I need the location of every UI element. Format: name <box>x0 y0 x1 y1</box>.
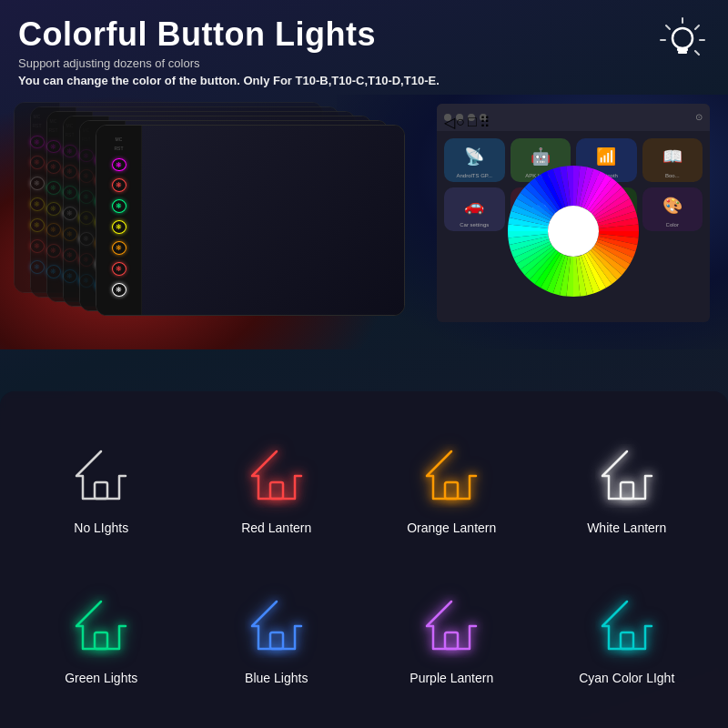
light-label-green-lights: Green Lights <box>65 671 137 685</box>
light-label-red-lantern: Red Lantern <box>241 521 311 535</box>
svg-rect-14 <box>621 482 633 499</box>
light-item-white-lantern[interactable]: White Lantern <box>544 419 711 560</box>
panel-topbar: ◁ ○ □ ⠿ ⊙ <box>437 104 710 131</box>
wifi-icon: ⊙ <box>695 112 703 122</box>
device-btn-5-1: ❋ <box>112 178 126 192</box>
app-icon-0[interactable]: 📡AndrolTS GP... <box>444 138 505 182</box>
light-label-white-lantern: White Lantern <box>587 521 666 535</box>
svg-rect-11 <box>95 482 107 499</box>
house-icon-red-lantern <box>245 444 308 508</box>
svg-rect-12 <box>270 482 283 499</box>
light-label-blue-lights: Blue Lights <box>245 671 308 685</box>
device-btn-5-0: ❋ <box>112 158 126 172</box>
app-icon-7[interactable]: 🎨Color <box>642 187 703 231</box>
light-item-orange-lantern[interactable]: Orange Lantern <box>369 419 535 560</box>
house-icon-no-lights <box>69 444 133 508</box>
light-item-red-lantern[interactable]: Red Lantern <box>194 419 360 560</box>
lights-grid: No LIghtsRed LanternOrange LanternWhite … <box>18 419 710 710</box>
header: Colorful Button Lights Support adjusting… <box>0 0 728 95</box>
light-label-purple-lantern: Purple Lantern <box>410 671 493 685</box>
svg-rect-13 <box>445 482 458 499</box>
extra-dot: ⠿ <box>480 114 487 121</box>
svg-rect-7 <box>677 48 688 51</box>
svg-rect-8 <box>678 51 687 54</box>
svg-line-4 <box>666 25 670 29</box>
light-item-green-lights[interactable]: Green Lights <box>18 569 185 710</box>
light-item-cyan-light[interactable]: Cyan Color LIght <box>544 569 711 710</box>
device-btn-5-3: ❋ <box>112 220 126 234</box>
device-btn-5-6: ❋ <box>112 283 126 297</box>
back-dot: ◁ <box>444 114 451 121</box>
house-icon-blue-lights <box>245 594 308 658</box>
device-layer-5: MCRST❋❋❋❋❋❋❋ <box>96 125 405 316</box>
light-item-blue-lights[interactable]: Blue Lights <box>194 569 360 710</box>
svg-rect-16 <box>270 632 283 649</box>
device-btn-5-4: ❋ <box>112 241 126 255</box>
light-item-no-lights[interactable]: No LIghts <box>18 419 185 560</box>
house-icon-green-lights <box>69 594 133 658</box>
device-showcase: MCRST❋❋❋❋❋❋❋MCRST❋❋❋❋❋❋❋MCRST❋❋❋❋❋❋❋MCRS… <box>0 95 728 349</box>
app-icon-4[interactable]: 🚗Car settings <box>444 187 505 231</box>
lights-grid-container: No LIghtsRed LanternOrange LanternWhite … <box>0 391 728 728</box>
color-wheel-panel: ◁ ○ □ ⠿ ⊙ 📡AndrolTS GP...🤖APK Instal...📶… <box>437 104 710 322</box>
device-btn-5-5: ❋ <box>112 262 126 276</box>
nav-dots: ◁ ○ □ ⠿ <box>444 114 487 121</box>
app-icon-3[interactable]: 📖Boo... <box>642 138 703 182</box>
page-title: Colorful Button Lights <box>18 16 710 53</box>
light-label-cyan-light: Cyan Color LIght <box>579 671 674 685</box>
color-wheel-svg <box>505 163 642 299</box>
house-icon-white-lantern <box>595 444 659 508</box>
house-icon-purple-lantern <box>420 594 483 658</box>
house-icon-orange-lantern <box>420 444 483 508</box>
svg-rect-18 <box>621 632 633 649</box>
svg-point-6 <box>672 28 693 48</box>
svg-rect-15 <box>95 632 107 649</box>
header-subtitle: Support adjusting dozens of colors <box>18 56 710 70</box>
home-dot: ○ <box>456 114 463 121</box>
light-item-purple-lantern[interactable]: Purple Lantern <box>369 569 535 710</box>
light-label-no-lights: No LIghts <box>74 521 128 535</box>
svg-point-10 <box>548 206 599 257</box>
svg-rect-17 <box>445 632 458 649</box>
header-desc: You can change the color of the button. … <box>18 74 710 87</box>
devices-stack: MCRST❋❋❋❋❋❋❋MCRST❋❋❋❋❋❋❋MCRST❋❋❋❋❋❋❋MCRS… <box>14 102 396 329</box>
bulb-icon <box>659 16 706 64</box>
recent-dot: □ <box>468 114 475 121</box>
page: Colorful Button Lights Support adjusting… <box>0 0 728 728</box>
house-icon-cyan-light <box>595 594 659 658</box>
device-btn-5-2: ❋ <box>112 199 126 213</box>
svg-line-1 <box>695 25 699 29</box>
light-label-orange-lantern: Orange Lantern <box>407 521 496 535</box>
color-wheel-overlay <box>505 163 642 299</box>
svg-line-3 <box>695 51 699 55</box>
